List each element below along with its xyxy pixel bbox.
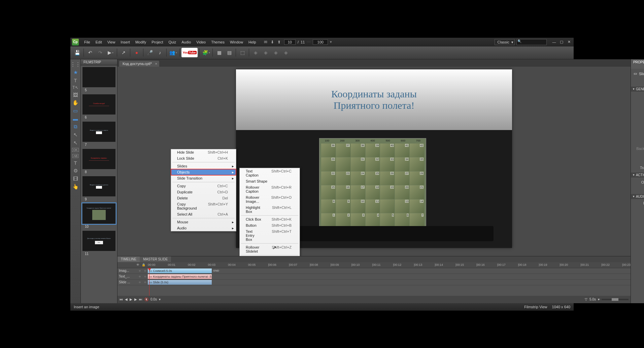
tab-master-slide[interactable]: MASTER SLIDE [140,256,171,262]
filmstrip-thumb-5[interactable] [82,67,116,88]
filmstrip-thumb-11[interactable]: Для входа в систему нажмите НачатьEnter [82,230,116,251]
panel-tool-icon[interactable]: ▬ [73,116,78,122]
tl-mute-icon[interactable]: 🔇 [144,297,148,301]
section-action[interactable]: ACTION [631,172,644,178]
upload-icon[interactable]: ⬆ [277,40,281,44]
layer3-icon[interactable]: ◈ [271,48,280,57]
filmstrip-thumb-10[interactable]: Координаты заданы Приятного полета! [82,203,116,224]
zoom-level[interactable]: 100 [313,39,328,45]
minimize-button[interactable]: — [551,40,557,44]
menu-help[interactable]: Help [246,39,259,45]
menu-item-smart-shape[interactable]: Smart Shape [240,178,300,184]
menu-item-rollover-image-[interactable]: Rollover Image...Shift+Ctrl+O [240,194,300,204]
current-page[interactable]: 10 [284,39,296,45]
rect-tool-icon[interactable]: ▭ [73,108,78,114]
menu-item-mouse[interactable]: Mouse [171,219,236,225]
menu-item-text-caption[interactable]: Text CaptionShift+Ctrl+C [240,168,300,178]
menu-item-slides[interactable]: Slides [171,163,236,169]
click-tool-icon[interactable]: 👆 [72,184,79,190]
filmstrip-thumb-7[interactable]: Введите координаты широты [82,121,116,142]
menu-item-text-entry-box[interactable]: Text Entry BoxShift+Ctrl+T [240,228,300,243]
ab-tool-icon[interactable]: AB [72,154,78,158]
section-general[interactable]: GENERAL [631,87,644,92]
filmstrip-tab[interactable]: FILMSTRIP [81,59,117,65]
layer4-icon[interactable]: ◈ [281,48,291,57]
handles-icon[interactable]: ⋮⋮ [70,61,80,67]
tl-first-icon[interactable]: ⏮ [120,297,123,301]
filmstrip-thumb-9[interactable]: Введите координаты долготы [82,176,116,197]
menu-insert[interactable]: Insert [118,39,133,45]
menu-audio[interactable]: Audio [179,39,194,45]
zoom-dropdown-icon[interactable]: ▾ [330,40,332,44]
timeline-clip[interactable]: ▭ Координаты заданы Приятного полета! :5… [148,274,212,279]
filmstrip-thumb-6[interactable]: Ошибка входа! [82,94,116,115]
menu-item-audio[interactable]: Audio [171,225,236,231]
download-icon[interactable]: ⬇ [271,40,274,44]
tab-timeline[interactable]: TIMELINE [117,256,140,262]
menu-video[interactable]: Video [194,39,208,45]
hand-tool-icon[interactable]: ✋ [72,100,79,106]
timeline-row[interactable]: Imag...○○▭ Снимок5:5.0sEND [117,268,631,274]
menu-item-button[interactable]: ButtonShift+Ctrl+B [240,222,300,228]
tl-last-icon[interactable]: ⏭ [139,297,142,301]
align-icon[interactable]: ⬚ [238,48,247,57]
publish-icon[interactable]: ↗ [119,48,128,57]
tl-prev-icon[interactable]: ◀ [125,297,128,301]
close-button[interactable]: ✕ [566,40,572,44]
section-audio[interactable]: AUDIO [631,194,644,199]
menu-modify[interactable]: Modify [133,39,149,45]
ok-button-icon[interactable]: OK [72,148,78,152]
menu-project[interactable]: Project [149,39,166,45]
tl-dropdown2-icon[interactable]: ▾ [598,297,600,301]
menu-item-select-all[interactable]: Select AllCtrl+A [171,211,236,217]
document-tab[interactable]: Код доступа.cptl* [119,61,159,67]
gear-tool-icon[interactable]: ⚙ [73,168,78,174]
timeline-ruler[interactable]: 👁 🔒 00:0000:0100:0200:0300:0400:05|00:06… [117,262,631,268]
search-input[interactable] [516,39,547,45]
text-anim-icon[interactable]: T [74,160,77,166]
tl-next-icon[interactable]: ▶ [134,297,137,301]
redo-icon[interactable]: ↷ [96,48,105,57]
record-icon[interactable]: ● [132,48,141,57]
menu-item-duplicate[interactable]: DuplicateCtrl+D [171,189,236,195]
menu-themes[interactable]: Themes [208,39,227,45]
play-icon[interactable]: ▶ [106,48,115,57]
menu-item-copy-background[interactable]: Copy BackgroundShift+Ctrl+Y [171,201,236,211]
timeline-clip[interactable]: ▭ Снимок5:5.0s [148,268,212,273]
film-tool-icon[interactable]: 🎞 [73,176,78,182]
menu-view[interactable]: View [105,39,118,45]
pointer-tool-icon[interactable]: ↖ [73,132,78,138]
mail-icon[interactable]: ✉ [264,40,267,44]
youtube-icon[interactable]: YouTube [181,48,198,57]
widget-icon[interactable]: 🧩 [201,48,211,57]
undo-icon[interactable]: ↶ [86,48,95,57]
timeline-row[interactable]: Text_...○○▭ Координаты заданы Приятного … [117,274,631,280]
menu-edit[interactable]: Edit [93,39,105,45]
menu-item-hide-slide[interactable]: Hide SlideShift+Ctrl+H [171,149,236,155]
menu-item-click-box[interactable]: Click BoxShift+Ctrl+K [240,216,300,222]
arrow-tool-icon[interactable]: ↖ [73,140,78,146]
timeline-clip[interactable]: ▭ Slide (5.0s) [148,280,212,285]
menu-item-highlight-box[interactable]: Highlight BoxShift+Ctrl+L [240,204,300,215]
text-tool-icon[interactable]: T [74,77,77,83]
menu-window[interactable]: Window [227,39,246,45]
music-icon[interactable]: ♪ [155,48,165,57]
star-tool-icon[interactable]: ★ [73,69,78,75]
characters-icon[interactable]: 👥 [168,48,178,57]
image-tool-icon[interactable]: 🖼 [73,92,78,98]
tl-play-icon[interactable]: ▶ [130,297,132,301]
panel-tab-properties[interactable]: PROPERTIES [631,59,644,69]
layer1-icon[interactable]: ◈ [251,48,260,57]
timeline-row[interactable]: Slide ...○○▭ Slide (5.0s) [117,280,631,285]
copy-tool-icon[interactable]: ⧉ [74,124,77,130]
layer2-icon[interactable]: ◈ [261,48,270,57]
menu-quiz[interactable]: Quiz [166,39,179,45]
filmstrip-thumb-8[interactable]: Координаты заданы: [82,149,116,169]
menu-item-slide-transition[interactable]: Slide Transition [171,175,236,181]
mic-icon[interactable]: 🎤 [145,48,155,57]
text-cursor-icon[interactable]: T↖ [72,85,78,90]
tl-dropdown1-icon[interactable]: ▾ [159,297,161,301]
menu-item-objects[interactable]: Objects [171,169,236,175]
save-icon[interactable]: 💾 [72,48,82,57]
menu-item-rollover-caption[interactable]: Rollover CaptionShift+Ctrl+R [240,184,300,194]
